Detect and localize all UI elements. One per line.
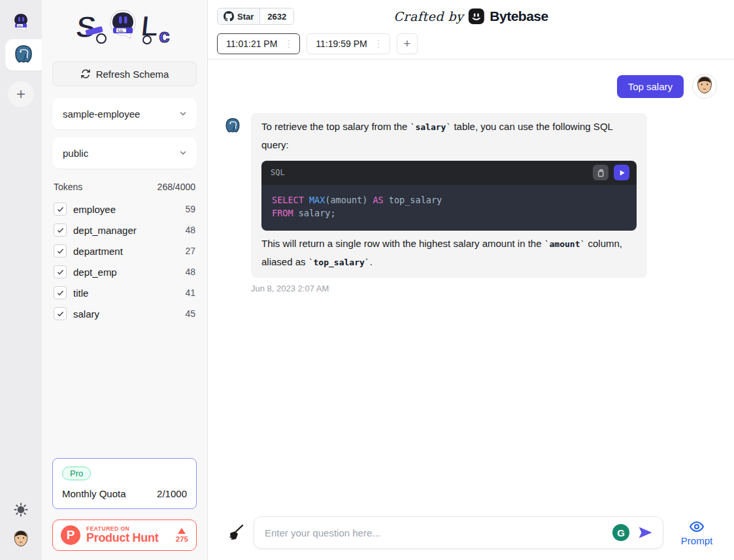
table-row: dept_manager48 [52,220,197,240]
table-checkbox[interactable] [54,286,67,299]
svg-text:c: c [159,25,170,46]
composer: G Prompt [208,516,734,560]
tab-menu-icon[interactable]: ⋮ [372,38,386,50]
table-row: employee59 [52,199,197,220]
bot-message-row: To retrieve the top salary from the sala… [224,113,717,293]
upvote-triangle-icon [178,528,186,534]
tab-conversation-2[interactable]: 11:19:59 PM ⋮ [307,33,390,54]
bytebase-logo-icon [468,8,485,25]
product-hunt-votes: 275 [176,528,188,543]
tokens-summary: Tokens 268/4000 [52,182,197,192]
database-select[interactable]: sample-employee [52,98,197,129]
pro-badge: Pro [62,467,91,480]
bot-outro-text: This will return a single row with the h… [261,238,622,267]
star-count: 2632 [260,8,293,24]
crafted-by-label: Crafted by [393,9,463,24]
table-list: employee59dept_manager48department27dept… [52,199,197,324]
user-profile-avatar[interactable] [10,529,31,551]
table-name: salary [73,308,178,320]
postgres-avatar-icon [224,117,242,135]
star-label: Star [237,12,254,22]
table-token-count: 41 [185,288,195,298]
message-timestamp: Jun 8, 2023 2:07 AM [251,284,647,293]
run-query-button[interactable] [614,165,629,180]
crafted-by-brand: Crafted by Bytebase [393,8,548,25]
clear-conversation-broom-icon[interactable] [227,524,244,541]
table-name: dept_manager [73,225,178,236]
product-hunt-vote-count: 275 [176,535,188,543]
tab-label: 11:01:21 PM [226,39,277,49]
table-token-count: 48 [185,225,195,235]
chat-area: Top salary [208,59,734,516]
refresh-schema-label: Refresh Schema [96,69,169,80]
code-language-label: SQL [271,165,285,180]
table-row: title41 [52,282,197,303]
bot-intro-text: To retrieve the top salary from the sala… [261,121,612,150]
new-conversation-button[interactable]: + [8,81,34,107]
refresh-icon [80,69,91,79]
user-avatar [692,74,717,99]
brand-name: Bytebase [490,8,548,24]
quota-label: Monthly Quota [62,488,126,499]
table-checkbox[interactable] [54,307,67,320]
conversation-rail: SQL + [0,0,42,560]
quota-value: 2/1000 [157,488,187,499]
svg-text:SQL: SQL [18,25,22,27]
sqlchat-bot-icon: SQL [8,10,33,37]
conversation-item-active[interactable] [5,39,42,71]
chevron-down-icon [178,109,188,118]
chevron-down-icon [178,148,188,157]
table-row: salary45 [52,303,197,324]
sqlchat-logo: S SQL L c [52,0,197,52]
table-checkbox[interactable] [54,223,67,237]
table-name: title [73,288,178,299]
theme-toggle-sun-icon[interactable] [14,502,28,517]
add-tab-button[interactable]: + [397,33,418,54]
prompt-label: Prompt [681,535,712,546]
tokens-label: Tokens [54,182,82,192]
table-token-count: 48 [185,267,195,277]
tab-menu-icon[interactable]: ⋮ [282,38,295,50]
product-hunt-badge[interactable]: P FEATURED ON Product Hunt 275 [52,519,197,551]
table-row: dept_emp48 [52,261,197,282]
conversation-item-assistant[interactable]: SQL [5,8,37,39]
grammarly-icon[interactable]: G [612,524,629,541]
table-name: employee [73,204,178,215]
prompt-button[interactable]: Prompt [673,519,721,546]
main-header: Star 2632 Crafted by Bytebase [208,0,734,59]
conversation-tabs: 11:01:21 PM ⋮ 11:19:59 PM ⋮ + [217,33,725,59]
database-select-value: sample-employee [63,108,140,120]
main-panel: Star 2632 Crafted by Bytebase [208,0,734,560]
github-star-button[interactable]: Star 2632 [217,8,294,25]
user-message-row: Top salary [224,74,717,99]
product-hunt-icon: P [61,525,80,545]
table-row: department27 [52,240,197,261]
code-content: SELECT MAX(amount) AS top_salaryFROM sal… [261,185,637,231]
table-checkbox[interactable] [54,265,67,278]
sql-code-block: SQL SELECT MAX(amount) AS top_salaryFRO [261,161,637,231]
send-icon[interactable] [637,525,653,540]
user-message-bubble: Top salary [617,75,684,98]
eye-icon [688,519,705,535]
table-token-count: 45 [185,308,195,319]
product-hunt-name: Product Hunt [86,532,170,544]
table-checkbox[interactable] [54,203,67,216]
copy-code-button[interactable] [593,165,609,180]
sidebar: S SQL L c [42,0,208,560]
table-name: department [73,246,178,257]
table-token-count: 27 [185,246,195,256]
svg-text:S: S [73,10,98,44]
tokens-value: 268/4000 [158,182,195,192]
postgres-icon [12,44,35,66]
refresh-schema-button[interactable]: Refresh Schema [52,61,197,86]
tab-conversation-1[interactable]: 11:01:21 PM ⋮ [217,33,300,54]
table-checkbox[interactable] [54,244,67,257]
pro-quota-card: Pro Monthly Quota 2/1000 [52,458,197,509]
table-token-count: 59 [185,204,195,214]
github-icon [224,11,234,22]
schema-select-value: public [63,148,88,159]
question-input[interactable] [254,516,663,549]
schema-select[interactable]: public [52,137,197,169]
table-name: dept_emp [73,267,178,278]
svg-text:SQL: SQL [117,29,124,33]
